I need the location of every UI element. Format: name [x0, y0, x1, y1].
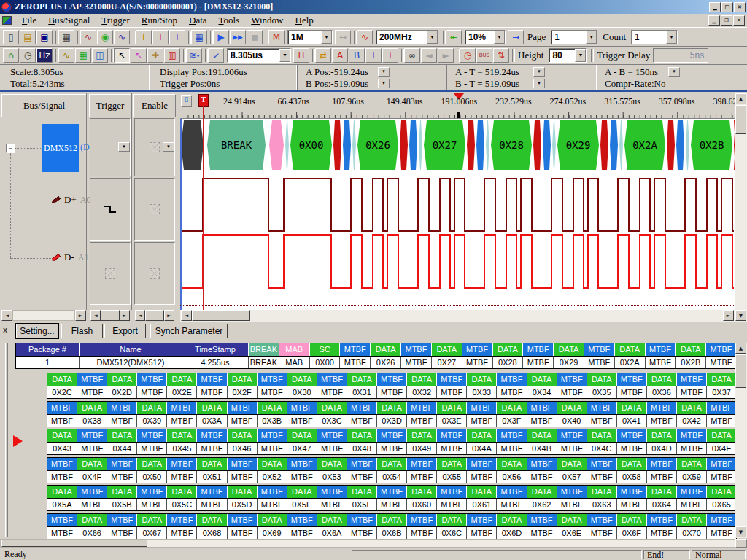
waveform-view-icon[interactable]: ∿ — [58, 48, 74, 63]
a-pos-dropdown-icon[interactable]: ▼ — [378, 67, 390, 77]
scroll-right-icon[interactable]: ► — [75, 310, 86, 321]
timer-icon[interactable]: ◷ — [460, 48, 476, 63]
packet-row-1-cont-2[interactable]: MTBFDATAMTBFDATAMTBFDATAMTBFDATAMTBFDATA… — [47, 401, 737, 427]
packet-row-1[interactable]: Package #NameTimeStampBREAKMABSCMTBFDATA… — [15, 343, 737, 369]
trigger-property-icon[interactable]: ∿ — [114, 30, 130, 44]
timeline-ruler[interactable]: ▯ T 24.914us66.437us107.96us149.483us191… — [180, 93, 735, 118]
bar-trigger-b-icon[interactable]: T — [136, 30, 152, 44]
repeat-run-icon[interactable]: ▶▶ — [230, 30, 246, 44]
trigger-cell-d-minus[interactable] — [90, 242, 131, 305]
menu-run-stop[interactable]: Run/Stop — [136, 14, 183, 27]
clock-icon[interactable]: ◷ — [20, 48, 36, 63]
enable-dropdown-icon[interactable]: ▼ — [163, 142, 174, 152]
pointer-tool-icon[interactable]: ↖ — [114, 48, 130, 63]
waveform-h-scrollbar[interactable]: ◄ ► — [180, 310, 735, 322]
t-bar-icon[interactable]: T — [365, 48, 382, 63]
enable-cell-d-plus[interactable] — [134, 178, 175, 241]
maximize-icon[interactable]: □ — [721, 2, 733, 12]
menu-help[interactable]: Help — [290, 14, 320, 27]
waveform-mode-icon[interactable]: ≋▾ — [186, 48, 202, 63]
dropdown-arrow-icon[interactable]: ▼ — [586, 31, 597, 44]
waveform-v-scrollbar[interactable]: ▲ ▼ — [735, 93, 747, 322]
dropdown-arrow-icon[interactable]: ▼ — [575, 49, 586, 62]
table-v-scrollbar[interactable]: ▲ ▼ — [735, 343, 747, 538]
dropdown-arrow-icon[interactable]: ▼ — [321, 31, 332, 44]
next-result-icon[interactable]: ► — [438, 48, 454, 63]
scroll-down-icon[interactable]: ▼ — [735, 310, 746, 321]
scrollbar-thumb[interactable] — [101, 310, 120, 321]
scroll-up-icon[interactable]: ▲ — [735, 93, 746, 104]
trigger-flag-icon[interactable]: T — [198, 94, 209, 107]
mdi-close-icon[interactable]: ✕ — [733, 15, 745, 26]
memory-depth-icon[interactable]: M — [268, 30, 285, 44]
dropdown-arrow-icon[interactable]: ▼ — [666, 31, 677, 44]
module-icon[interactable]: ▦ — [191, 30, 207, 44]
enable-header[interactable]: Enable — [133, 94, 176, 117]
statistics-icon[interactable]: ▥ — [164, 48, 180, 63]
enable-checkbox-icon[interactable] — [150, 204, 160, 214]
updown-icon[interactable]: ⇅ — [493, 48, 509, 63]
tree-collapse-icon[interactable]: − — [6, 144, 15, 153]
page-combo[interactable]: 1 ▼ — [551, 30, 597, 44]
trigger-cursor-line[interactable] — [203, 104, 204, 310]
sampling-setup-icon[interactable]: ◉ — [97, 30, 113, 44]
scroll-down-icon[interactable]: ▼ — [735, 526, 746, 537]
height-combo[interactable]: 80 ▼ — [549, 48, 587, 63]
menu-tools[interactable]: Tools — [213, 14, 246, 27]
zoom-percent-combo[interactable]: 10% ▼ — [465, 30, 506, 44]
export-button[interactable]: Export — [104, 324, 146, 338]
trigger-delay-field[interactable]: 5ns — [653, 48, 708, 63]
packet-row-1-cont-1[interactable]: DATAMTBFDATAMTBFDATAMTBFDATAMTBFDATAMTBF… — [47, 373, 737, 399]
bus-property-icon[interactable]: ∿ — [80, 30, 96, 44]
menu-bus-signal[interactable]: Bus/Signal — [42, 14, 96, 27]
search-icon[interactable]: ∞ — [404, 48, 420, 63]
sample-rate-icon[interactable]: ∿ — [357, 30, 373, 44]
document-icon[interactable] — [2, 16, 12, 25]
menu-window[interactable]: Window — [245, 14, 289, 27]
scroll-left-icon[interactable]: ◄ — [135, 310, 145, 321]
multi-pointer-tool-icon[interactable]: ↖ — [131, 48, 147, 63]
table-h-scrollbar[interactable] — [0, 539, 735, 548]
hand-tool-icon[interactable]: ✚ — [147, 48, 163, 63]
home-icon[interactable]: ⌂ — [3, 48, 19, 63]
memory-depth-combo[interactable]: 1M ▼ — [287, 30, 333, 44]
scale-combo[interactable]: 8.305us ▼ — [227, 48, 291, 63]
scrollbar-thumb[interactable] — [192, 310, 250, 321]
print-icon[interactable]: ▦ — [58, 30, 74, 44]
navigator-view-icon[interactable]: ◫ — [92, 48, 108, 63]
signal-row-d-plus[interactable]: D+ A0 — [51, 194, 90, 206]
add-bar-icon[interactable]: + — [382, 48, 398, 63]
dropdown-arrow-icon[interactable]: ▼ — [427, 31, 438, 44]
enable-cell-bus[interactable]: ▼ — [134, 118, 175, 176]
waveform-canvas[interactable]: BREAK0X000X260X270X280X290X2A0X2B — [180, 118, 735, 310]
bar-trigger-t-icon[interactable]: T — [152, 30, 169, 44]
trigger-cell-d-plus[interactable] — [90, 178, 131, 241]
scroll-right-icon[interactable]: ► — [723, 310, 734, 321]
zoom-position-icon[interactable]: ↙ — [208, 48, 224, 63]
scrollbar-thumb[interactable] — [145, 310, 164, 321]
a-b-dropdown-icon[interactable]: ▼ — [668, 67, 680, 77]
save-icon[interactable]: ▣ — [36, 30, 53, 44]
scroll-right-icon[interactable]: ► — [164, 310, 174, 321]
trigger-header[interactable]: Trigger — [89, 94, 131, 117]
count-combo[interactable]: 1 ▼ — [631, 30, 678, 44]
menu-data[interactable]: Data — [183, 14, 213, 27]
bus-decode-icon[interactable]: BUS — [476, 48, 492, 63]
flash-button[interactable]: Flash — [61, 324, 103, 338]
bus-node-dmx512[interactable]: DMX512 — [42, 124, 79, 172]
scrollbar-thumb[interactable] — [735, 105, 746, 134]
setting-button[interactable]: Setting... — [16, 324, 58, 338]
mdi-restore-icon[interactable]: ❐ — [721, 15, 732, 26]
ab-bar-icon[interactable]: ⇄ — [315, 48, 331, 63]
scroll-left-icon[interactable]: ◄ — [1, 310, 12, 321]
packet-row-1-cont-6[interactable]: MTBFDATAMTBFDATAMTBFDATAMTBFDATAMTBFDATA… — [47, 513, 737, 540]
synch-parameter-button[interactable]: Synch Parameter — [150, 324, 228, 338]
enable-checkbox-icon[interactable] — [150, 268, 160, 279]
minimize-icon[interactable]: ▁ — [709, 2, 721, 12]
trigger-dropdown-icon[interactable]: ▼ — [118, 142, 130, 152]
new-file-icon[interactable]: ▯ — [3, 30, 19, 44]
bar-trigger-i-icon[interactable]: T — [169, 30, 185, 44]
goto-trigger-icon[interactable]: ↔ — [335, 30, 351, 44]
open-file-icon[interactable]: ▤ — [20, 30, 36, 44]
listing-view-icon[interactable]: ▦ — [75, 48, 91, 63]
